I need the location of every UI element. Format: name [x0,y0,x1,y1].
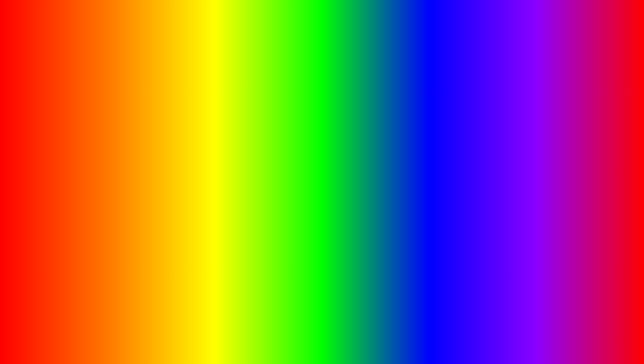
start-auto-farm-checkbox[interactable] [176,129,181,134]
right-panel-sidebar: Stats Player Teleport Dungeon Fruit + Es… [448,112,475,212]
weapon-dropdown-arrow: ⇕ [178,163,182,168]
left-panel-sidebar: Status Main Weapons Race V4 Stats [38,112,65,212]
star-decoration-2: ★ [395,252,407,267]
svg-point-30 [502,100,506,104]
title-blox: BLOX [124,10,294,67]
svg-point-18 [102,100,105,103]
svg-point-29 [469,98,472,102]
refresh-weapon-button[interactable]: Refresh Weapon [67,172,186,183]
script-text: SCRIPT [303,322,407,351]
ground-top [3,287,641,301]
svg-point-17 [68,98,72,101]
setting-label: \\ Setting // [67,152,186,158]
scriptblox-logo-right [448,112,467,130]
main-title: BLOX FRUITS [124,10,520,67]
auto-next-island-button[interactable]: Auto Next Island [478,167,606,178]
dungeon-header-row: Use in Dungeon Only: [478,122,606,126]
no-key-badge: NO KEY !! [326,94,434,120]
bottom-text: AUTO FARM SCRIPT PASTEBIN [90,319,553,354]
dungeon-line-left [478,124,522,124]
svg-point-16 [35,99,38,103]
sidebar-btn-main[interactable]: Main [38,142,65,150]
sidebar-btn-racev4[interactable]: Race V4 [38,162,65,170]
auto-buy-chip-checkbox[interactable] [596,143,602,149]
svg-point-33 [602,98,606,101]
select-weapon-dropdown[interactable]: Select Weapon : Electric Claw ⇕ [67,160,186,170]
scriptblox-logo-left [38,112,56,130]
svg-point-31 [536,98,539,101]
pastebin-text: PASTEBIN [412,322,553,351]
start-auto-farm-button[interactable]: Start Auto Farm [67,126,186,137]
svg-point-22 [235,100,239,104]
sidebar-btn-player[interactable]: Player [448,142,475,150]
blox-fruits-logo: BL ☠ X FRUITS [541,319,607,354]
svg-point-19 [135,98,138,101]
left-divider [67,122,186,123]
svg-point-20 [169,100,172,103]
kill-aura-button[interactable]: Kill Aura [478,180,606,192]
right-panel-header: ScriptBlox Hub [478,112,606,118]
auto-buy-chip-dungeon-button[interactable]: Auto Buy Chip Dungeon [478,140,606,152]
left-panel: Status Main Weapons Race V4 Stats Script… [33,107,190,217]
svg-point-32 [569,99,572,103]
svg-point-21 [202,98,205,102]
auto-next-island-checkbox[interactable] [596,170,602,175]
auto-farm-text: AUTO FARM [90,319,298,354]
blox-fruits-logo-bottom: FRUITS [541,335,607,354]
sidebar-btn-weapons[interactable]: Weapons [38,152,65,160]
auto-start-dungeon-checkbox[interactable] [596,157,602,162]
dungeon-line-right [562,124,606,124]
left-panel-header: ScriptBlox Hub [67,112,186,118]
use-in-dungeon-label: Use in Dungeon Only: [522,122,562,126]
sidebar-btn-stats[interactable]: Stats [38,172,65,180]
right-panel: Stats Player Teleport Dungeon Fruit + Es… [444,107,611,217]
right-panel-content: ScriptBlox Hub Use in Dungeon Only: Sele… [478,112,606,212]
title-fruits: FRUITS [301,10,520,67]
sidebar-btn-teleport[interactable]: Teleport [448,152,475,160]
sidebar-btn-stats-right[interactable]: Stats [448,132,475,140]
auto-start-dungeon-button[interactable]: Auto Start Dungeon [478,154,606,165]
fast-attack-button[interactable]: Fast Attack [67,139,186,150]
star-decoration: ★ [204,237,222,260]
sidebar-btn-fruit-esp[interactable]: Fruit + Esp [448,172,475,180]
fast-attack-checkbox[interactable] [176,142,181,147]
select-dungeon-dropdown[interactable]: Select Dungeon : Quake ⇕ [478,128,606,138]
dungeon-dropdown-arrow: ⇕ [598,131,602,136]
left-panel-content: ScriptBlox Hub Start Auto Farm Fast Atta… [67,112,186,212]
sidebar-btn-dungeon[interactable]: Dungeon [448,162,475,170]
svg-point-28 [435,100,439,103]
kill-aura-checkbox[interactable] [596,183,602,189]
svg-point-23 [269,98,272,101]
sidebar-btn-status[interactable]: Status [38,132,65,140]
